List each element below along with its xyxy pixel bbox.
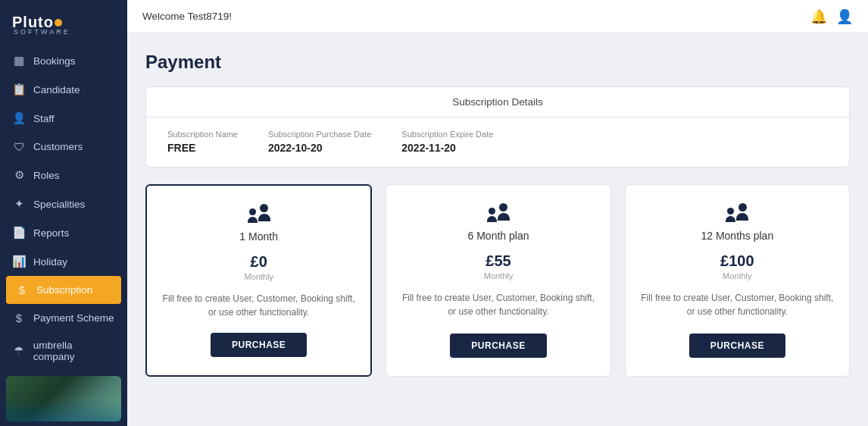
- sidebar-item-subscription[interactable]: $ Subscription: [6, 276, 121, 304]
- sidebar-item-staff[interactable]: 👤 Staff: [0, 104, 127, 133]
- plan-6month-period: Monthly: [484, 271, 514, 280]
- subscription-expire-label: Subscription Expire Date: [401, 130, 493, 139]
- logo: Pluto SOFTWARE: [12, 14, 70, 36]
- subscription-details-header: Subscription Details: [146, 87, 849, 117]
- plan-card-6month: 6 Month plan £55 Monthly Fill free to cr…: [386, 184, 610, 377]
- reports-icon: 📄: [12, 226, 26, 240]
- plan-6month-desc: Fill free to create User, Customer, Book…: [401, 291, 595, 320]
- plan-1month-icon: [248, 204, 270, 223]
- purchase-button-6month[interactable]: PURCHASE: [450, 334, 546, 358]
- sidebar: Pluto SOFTWARE ▦ Bookings 📋 Candidate 👤 …: [0, 0, 127, 426]
- plan-1month-desc: Fill free to create User, Customer, Book…: [162, 292, 355, 319]
- customers-icon: 🛡: [12, 140, 26, 153]
- thumbnail-image: [6, 376, 121, 421]
- sidebar-item-bookings[interactable]: ▦ Bookings: [0, 46, 127, 75]
- subscription-details-card: Subscription Details Subscription Name F…: [145, 86, 850, 168]
- sidebar-item-customers[interactable]: 🛡 Customers: [0, 133, 127, 161]
- holiday-icon: 📊: [12, 255, 26, 268]
- subscription-expire-item: Subscription Expire Date 2022-11-20: [401, 130, 493, 155]
- subscription-name-label: Subscription Name: [167, 130, 238, 139]
- plan-12month-name: 12 Months plan: [701, 230, 773, 242]
- topbar: Welcome Test8719! 🔔 👤: [127, 0, 868, 33]
- plan-6month-price: £55: [486, 252, 510, 270]
- subscription-name-item: Subscription Name FREE: [167, 130, 238, 155]
- plan-6month-name: 6 Month plan: [468, 230, 529, 242]
- plan-6month-icon: [487, 203, 510, 222]
- purchase-button-1month[interactable]: PURCHASE: [211, 333, 307, 357]
- user-avatar-icon[interactable]: 👤: [836, 8, 853, 25]
- content-area: Payment Subscription Details Subscriptio…: [127, 33, 868, 426]
- sidebar-item-roles[interactable]: ⚙ Roles: [0, 161, 127, 190]
- page-title: Payment: [145, 52, 850, 73]
- staff-icon: 👤: [12, 111, 26, 125]
- subscription-icon: $: [15, 283, 29, 296]
- specialities-icon: ✦: [12, 197, 26, 211]
- logo-sub: SOFTWARE: [12, 28, 70, 36]
- sidebar-item-reports[interactable]: 📄 Reports: [0, 218, 127, 247]
- plan-1month-price: £0: [251, 253, 267, 271]
- purchase-button-12month[interactable]: PURCHASE: [689, 334, 785, 358]
- subscription-purchase-item: Subscription Purchase Date 2022-10-20: [268, 130, 371, 155]
- plan-1month-period: Monthly: [244, 272, 273, 281]
- sidebar-thumbnail: [0, 370, 127, 426]
- subscription-purchase-value: 2022-10-20: [268, 142, 323, 154]
- plan-12month-price: £100: [720, 252, 754, 270]
- subscription-purchase-label: Subscription Purchase Date: [268, 130, 371, 139]
- welcome-message: Welcome Test8719!: [142, 11, 232, 22]
- candidate-icon: 📋: [12, 83, 26, 96]
- main-content: Welcome Test8719! 🔔 👤 Payment Subscripti…: [127, 0, 868, 426]
- plan-12month-period: Monthly: [723, 271, 752, 280]
- plan-12month-desc: Fill free to create User, Customer, Book…: [641, 291, 834, 320]
- plan-card-1month: 1 Month £0 Monthly Fill free to create U…: [145, 184, 372, 377]
- umbrella-icon: ☂: [12, 344, 26, 358]
- subscription-name-value: FREE: [167, 142, 195, 154]
- sidebar-item-specialities[interactable]: ✦ Specialities: [0, 190, 127, 218]
- plan-1month-name: 1 Month: [239, 230, 278, 243]
- logo-area: Pluto SOFTWARE: [0, 0, 127, 46]
- sidebar-item-umbrella-company[interactable]: ☂ umbrella company: [0, 332, 127, 370]
- topbar-icons: 🔔 👤: [810, 8, 853, 25]
- plan-card-12month: 12 Months plan £100 Monthly Fill free to…: [625, 184, 850, 377]
- sidebar-item-candidate[interactable]: 📋 Candidate: [0, 75, 127, 104]
- bookings-icon: ▦: [12, 54, 26, 67]
- sidebar-item-holiday[interactable]: 📊 Holiday: [0, 247, 127, 276]
- sidebar-item-payment-scheme[interactable]: $ Payment Scheme: [0, 304, 127, 332]
- sidebar-nav: ▦ Bookings 📋 Candidate 👤 Staff 🛡 Custome…: [0, 46, 127, 370]
- payment-scheme-icon: $: [12, 312, 26, 324]
- roles-icon: ⚙: [12, 168, 26, 182]
- plans-container: 1 Month £0 Monthly Fill free to create U…: [145, 184, 850, 377]
- logo-dot: [55, 19, 62, 27]
- subscription-details-body: Subscription Name FREE Subscription Purc…: [146, 117, 849, 167]
- subscription-expire-value: 2022-11-20: [401, 142, 456, 154]
- plan-12month-icon: [726, 203, 748, 222]
- notification-icon[interactable]: 🔔: [810, 8, 827, 25]
